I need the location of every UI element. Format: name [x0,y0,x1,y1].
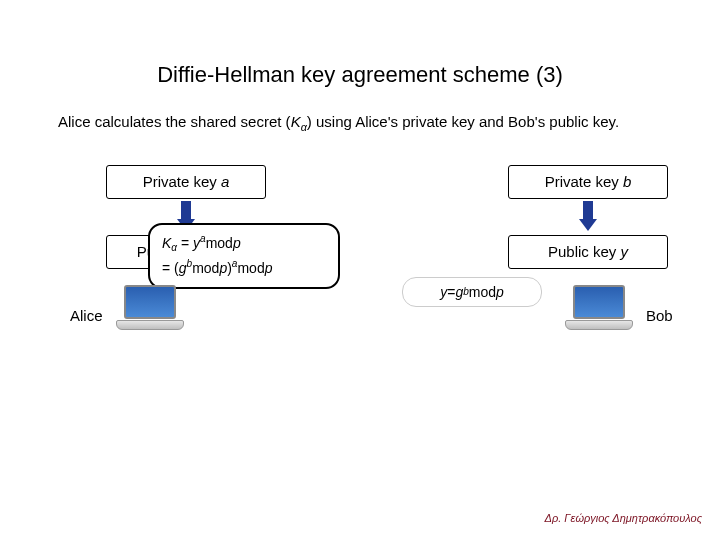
calc-p2: p [219,260,227,276]
desc-K: K [291,113,301,130]
calc-r2-pre: = ( [162,260,179,276]
bob-label: Bob [646,307,673,324]
shared-secret-calc: Kα = yamodp = (gbmodp)amodp [148,223,340,290]
slide-title: Diffie-Hellman key agreement scheme (3) [0,0,720,112]
yf-g: g [455,284,463,300]
bob-laptop-icon [564,285,634,335]
calc-p1: p [233,234,241,250]
bob-public-key-box: Public key y [508,235,668,269]
calc-g: g [179,260,187,276]
yf-mod: mod [469,284,496,300]
desc-post: ) using Alice's private key and Bob's pu… [307,113,619,130]
yf-y: y [440,284,447,300]
yf-eq: = [447,284,455,300]
pub-y-var: y [621,243,629,260]
arrow-bob-icon [582,201,594,231]
priv-b-label: Private key [545,173,619,190]
y-formula-bubble: y = gbmodp [402,277,542,307]
calc-row2: = (gbmodp)amodp [162,256,326,279]
footer-author: Δρ. Γεώργιος Δημητρακόπουλος [545,512,702,524]
calc-eq1: = [177,234,193,250]
desc-pre: Alice calculates the shared secret ( [58,113,291,130]
priv-a-var: a [221,173,229,190]
priv-a-label: Private key [143,173,217,190]
description: Alice calculates the shared secret (Kα) … [0,112,720,135]
yf-p: p [496,284,504,300]
priv-b-var: b [623,173,631,190]
calc-mod3: mod [237,260,264,276]
alice-label: Alice [70,307,103,324]
calc-row1: Kα = yamodp [162,231,326,257]
diagram-stage: Private key a Private key b Pu Public ke… [0,165,720,425]
calc-y: y [193,234,200,250]
calc-K: K [162,234,171,250]
calc-p3: p [265,260,273,276]
calc-mod2: mod [192,260,219,276]
alice-laptop-icon [115,285,185,335]
bob-private-key-box: Private key b [508,165,668,199]
alice-private-key-box: Private key a [106,165,266,199]
calc-mod1: mod [206,234,233,250]
pub-y-label: Public key [548,243,616,260]
